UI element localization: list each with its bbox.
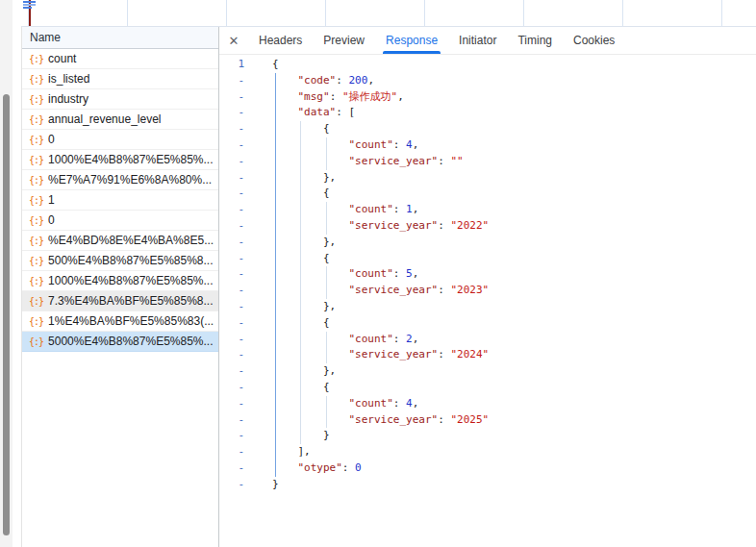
request-rows: {:}count{:}is_listed{:}industry{:}annual…: [22, 49, 218, 352]
json-token-k: "count": [348, 138, 392, 151]
request-name: 5000%E4%B8%87%E5%85%...: [48, 335, 213, 348]
request-name: 7.3%E4%BA%BF%E5%85%8...: [48, 294, 213, 308]
code-text: {: [248, 315, 330, 332]
json-token-k: "count": [348, 397, 392, 410]
json-token-pu: :: [393, 333, 406, 345]
json-token-k: "service_year": [348, 284, 438, 296]
line-number: -: [219, 332, 248, 348]
request-row[interactable]: {:}1: [22, 190, 218, 211]
line-number: -: [219, 380, 248, 396]
tab-label: Response: [386, 34, 438, 47]
request-name: 0: [48, 133, 55, 146]
request-row[interactable]: {:}500%E4%B8%87%E5%85%8...: [22, 251, 218, 271]
json-token-n: 0: [355, 461, 362, 474]
tab-label: Cookies: [573, 34, 615, 47]
code-text: }: [248, 477, 279, 493]
code-text: "code": 200,: [248, 73, 374, 89]
tab-initiator[interactable]: Initiator: [459, 27, 496, 54]
json-token-n: 1: [406, 203, 413, 215]
indent-guide: [326, 202, 327, 235]
code-text: },: [248, 363, 336, 380]
request-row[interactable]: {:}5000%E4%B8%87%E5%85%...: [22, 332, 218, 352]
json-token-pu: ,: [397, 90, 404, 103]
request-row[interactable]: {:}annual_revenue_level: [22, 110, 218, 130]
tab-headers[interactable]: Headers: [259, 27, 302, 54]
json-token-k: "count": [348, 267, 392, 280]
request-row[interactable]: {:}is_listed: [22, 69, 218, 89]
json-token-n: 5: [406, 267, 413, 280]
line-number: -: [219, 428, 248, 444]
json-token-pu: ,: [413, 138, 419, 151]
json-token-pu: :: [438, 284, 450, 296]
code-text: "service_year": "2023": [248, 283, 489, 299]
code-text: {: [248, 186, 330, 202]
tab-cookies[interactable]: Cookies: [573, 27, 615, 54]
json-token-pu: },: [323, 171, 336, 184]
line-number: -: [219, 186, 248, 202]
name-column-header[interactable]: Name: [22, 27, 218, 49]
code-text: "msg": "操作成功",: [248, 89, 404, 106]
active-tab-underline: [383, 51, 441, 54]
json-token-pu: ,: [413, 397, 419, 410]
json-token-pu: },: [323, 236, 336, 248]
json-request-icon: {:}: [29, 296, 43, 307]
json-token-n: 4: [406, 397, 413, 410]
json-token-s: "2024": [450, 348, 489, 361]
request-name: %E7%A7%91%E6%8A%80%...: [48, 173, 212, 186]
json-token-pu: {: [323, 186, 330, 199]
page-scrollbar-thumb[interactable]: [3, 94, 10, 535]
close-icon[interactable]: ✕: [227, 34, 240, 48]
json-request-icon: {:}: [29, 236, 43, 246]
code-text: "data": [: [248, 105, 355, 121]
tab-preview[interactable]: Preview: [323, 27, 365, 54]
request-row[interactable]: {:}industry: [22, 89, 218, 110]
tab-response[interactable]: Response: [386, 27, 438, 54]
tab-timing[interactable]: Timing: [517, 27, 552, 54]
json-request-icon: {:}: [29, 256, 43, 266]
json-token-s: "2022": [450, 219, 489, 232]
indent-guide: [326, 266, 327, 299]
json-token-k: "data": [298, 106, 337, 118]
line-number: -: [219, 477, 248, 493]
request-list-panel: Name {:}count{:}is_listed{:}industry{:}a…: [21, 27, 219, 547]
json-token-s: "": [450, 155, 463, 167]
network-overview-strip[interactable]: [21, 0, 756, 27]
devtools-network-panel: Name {:}count{:}is_listed{:}industry{:}a…: [0, 0, 756, 547]
indent-guide: [300, 121, 301, 444]
json-token-pu: :: [336, 74, 348, 87]
code-text: "otype": 0: [248, 460, 362, 477]
json-token-pu: :: [438, 155, 450, 167]
json-token-n: 2: [406, 333, 413, 345]
request-row[interactable]: {:}0: [22, 130, 218, 150]
request-row[interactable]: {:}0: [22, 211, 218, 231]
code-text: ],: [248, 444, 311, 460]
json-token-pu: : [: [336, 106, 355, 118]
tab-label: Headers: [259, 34, 302, 47]
json-request-icon: {:}: [29, 54, 43, 64]
request-row[interactable]: {:}1000%E4%B8%87%E5%85%...: [22, 271, 218, 291]
json-token-pu: {: [323, 381, 330, 393]
request-row[interactable]: {:}%E7%A7%91%E6%8A%80%...: [22, 170, 218, 190]
code-text: },: [248, 235, 336, 251]
json-token-k: "service_year": [348, 155, 438, 167]
request-row[interactable]: {:}%E4%BD%8E%E4%BA%8E5...: [22, 231, 218, 251]
request-row[interactable]: {:}1000%E4%B8%87%E5%85%...: [22, 150, 218, 170]
json-token-pu: {: [323, 122, 330, 135]
json-token-pu: :: [393, 267, 406, 280]
json-token-pu: :: [342, 461, 355, 474]
indent-guide: [326, 396, 327, 429]
request-row[interactable]: {:}7.3%E4%BA%BF%E5%85%8...: [22, 291, 218, 311]
json-request-icon: {:}: [29, 195, 43, 206]
request-name: 0: [48, 213, 55, 227]
request-row[interactable]: {:}1%E4%BA%BF%E5%85%83(...: [22, 311, 218, 332]
json-token-pu: ,: [367, 74, 374, 87]
request-row[interactable]: {:}count: [22, 49, 218, 69]
page-scrollbar-track[interactable]: [0, 0, 13, 547]
json-token-k: "count": [348, 333, 392, 345]
line-number: -: [219, 73, 248, 89]
request-name: 1000%E4%B8%87%E5%85%...: [48, 153, 213, 166]
line-number: -: [219, 121, 248, 137]
code-line: - ],: [219, 444, 756, 460]
line-number: -: [219, 460, 248, 477]
request-name: %E4%BD%8E%E4%BA%8E5...: [48, 234, 214, 247]
